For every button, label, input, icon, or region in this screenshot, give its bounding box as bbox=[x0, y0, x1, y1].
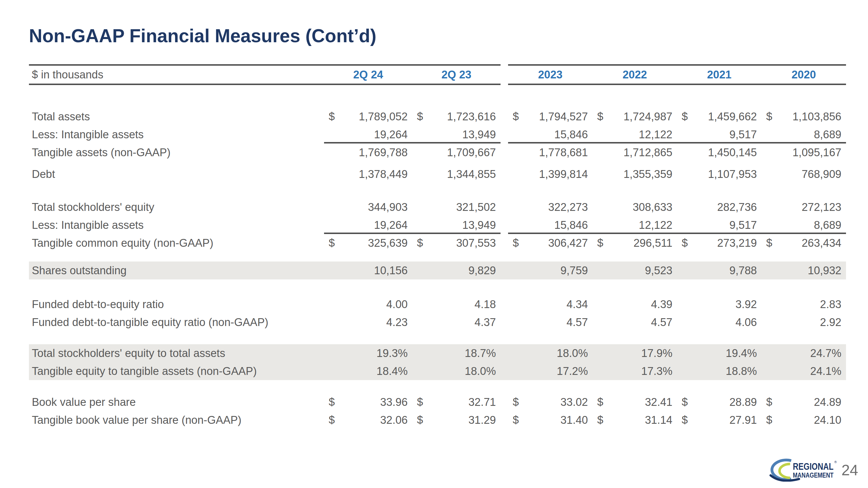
cell-value: 1,459,662 bbox=[693, 108, 762, 126]
cell-value: 15,846 bbox=[524, 126, 593, 142]
cell-value: 272,123 bbox=[777, 198, 846, 216]
dollar-sign bbox=[412, 362, 429, 380]
units-label: $ in thousands bbox=[29, 66, 324, 84]
row-label: Tangible common equity (non-GAAP) bbox=[29, 234, 324, 252]
cell-value: 4.23 bbox=[340, 313, 412, 331]
cell-value: 18.4% bbox=[340, 362, 412, 380]
dollar-sign: $ bbox=[412, 411, 429, 429]
quarterly-cells: Shares outstanding10,1569,829 bbox=[29, 261, 500, 280]
dollar-sign: $ bbox=[593, 108, 608, 126]
cell-value: 2.83 bbox=[777, 295, 846, 313]
dollar-sign bbox=[593, 126, 608, 142]
section-gap bbox=[500, 126, 508, 143]
section-gap bbox=[500, 108, 508, 126]
dollar-sign bbox=[677, 295, 693, 313]
cell-value: 18.7% bbox=[429, 344, 500, 362]
dollar-sign: $ bbox=[324, 393, 340, 411]
row-label: Tangible assets (non-GAAP) bbox=[29, 143, 324, 161]
dollar-sign bbox=[412, 143, 429, 161]
cell-value: 1,103,856 bbox=[777, 108, 846, 126]
table-row: Less: Intangible assets19,26413,94915,84… bbox=[29, 126, 846, 143]
cell-value: 8,689 bbox=[777, 216, 846, 233]
dollar-sign: $ bbox=[593, 393, 608, 411]
dollar-sign bbox=[508, 313, 524, 331]
section-gap bbox=[500, 216, 508, 234]
table-row: Less: Intangible assets19,26413,94915,84… bbox=[29, 216, 846, 234]
dollar-sign bbox=[593, 344, 608, 362]
page-number: 24 bbox=[841, 462, 858, 478]
cell-value: 263,434 bbox=[777, 234, 846, 252]
dollar-sign bbox=[508, 261, 524, 280]
cell-value: 32.06 bbox=[340, 411, 412, 429]
dollar-sign bbox=[508, 165, 524, 183]
cell-value: 33.02 bbox=[524, 393, 593, 411]
dollar-sign bbox=[412, 344, 429, 362]
dollar-sign bbox=[324, 143, 340, 161]
cell-value: 1,107,953 bbox=[693, 165, 762, 183]
row-label: Less: Intangible assets bbox=[29, 216, 324, 234]
dollar-sign bbox=[412, 165, 429, 183]
cell-value: 1,709,667 bbox=[429, 143, 500, 161]
cell-value: 33.96 bbox=[340, 393, 412, 411]
cell-value: 13,949 bbox=[429, 216, 500, 233]
column-header-2020: 2020 bbox=[762, 66, 846, 84]
dollar-sign: $ bbox=[677, 234, 693, 252]
dollar-sign: $ bbox=[412, 393, 429, 411]
dollar-sign bbox=[677, 143, 693, 161]
cell-value: 24.89 bbox=[777, 393, 846, 411]
table-row: Tangible common equity (non-GAAP)$325,63… bbox=[29, 234, 846, 252]
dollar-sign bbox=[762, 216, 777, 233]
section-gap bbox=[500, 362, 508, 380]
dollar-sign: $ bbox=[508, 411, 524, 429]
annual-cells: $31.40$31.14$27.91$24.10 bbox=[508, 411, 846, 429]
cell-value: 9,517 bbox=[693, 216, 762, 233]
row-spacer bbox=[29, 183, 846, 198]
dollar-sign: $ bbox=[508, 393, 524, 411]
table-row: Funded debt-to-tangible equity ratio (no… bbox=[29, 313, 846, 331]
dollar-sign bbox=[324, 313, 340, 331]
annual-cells: 1,778,6811,712,8651,450,1451,095,167 bbox=[508, 143, 846, 161]
cell-value: 27.91 bbox=[693, 411, 762, 429]
dollar-sign bbox=[593, 198, 608, 216]
cell-value: 15,846 bbox=[524, 216, 593, 233]
logo-trademark-icon: ® bbox=[834, 460, 837, 464]
cell-value: 9,829 bbox=[429, 261, 500, 280]
cell-value: 24.1% bbox=[777, 362, 846, 380]
annual-cells: 18.0%17.9%19.4%24.7% bbox=[508, 344, 846, 362]
dollar-sign bbox=[412, 261, 429, 280]
financial-table: $ in thousands 2Q 24 2Q 23 2023 2022 202… bbox=[29, 64, 846, 429]
dollar-sign: $ bbox=[762, 234, 777, 252]
cell-value: 321,502 bbox=[429, 198, 500, 216]
quarterly-cells: Book value per share$33.96$32.71 bbox=[29, 393, 500, 411]
cell-value: 17.3% bbox=[608, 362, 677, 380]
dollar-sign bbox=[508, 344, 524, 362]
cell-value: 4.39 bbox=[608, 295, 677, 313]
annual-cells: $33.02$32.41$28.89$24.89 bbox=[508, 393, 846, 411]
cell-value: 1,789,052 bbox=[340, 108, 412, 126]
dollar-sign bbox=[324, 344, 340, 362]
cell-value: 273,219 bbox=[693, 234, 762, 252]
dollar-sign bbox=[593, 313, 608, 331]
cell-value: 19,264 bbox=[340, 126, 412, 142]
cell-value: 17.2% bbox=[524, 362, 593, 380]
quarterly-values: 344,903321,502 bbox=[324, 198, 500, 216]
quarterly-cells: Total stockholders' equity to total asse… bbox=[29, 344, 500, 362]
cell-value: 18.0% bbox=[429, 362, 500, 380]
section-gap bbox=[500, 411, 508, 429]
dollar-sign bbox=[324, 165, 340, 183]
dollar-sign bbox=[324, 198, 340, 216]
dollar-sign: $ bbox=[324, 234, 340, 252]
dollar-sign bbox=[412, 126, 429, 142]
dollar-sign bbox=[762, 295, 777, 313]
section-gap bbox=[500, 165, 508, 183]
row-label: Total stockholders' equity to total asse… bbox=[29, 344, 324, 362]
cell-value: 1,344,855 bbox=[429, 165, 500, 183]
cell-value: 19.4% bbox=[693, 344, 762, 362]
quarterly-cells: Less: Intangible assets19,26413,949 bbox=[29, 126, 500, 143]
cell-value: 31.40 bbox=[524, 411, 593, 429]
dollar-sign bbox=[593, 143, 608, 161]
row-label: Funded debt-to-tangible equity ratio (no… bbox=[29, 313, 324, 331]
dollar-sign: $ bbox=[677, 393, 693, 411]
cell-value: 10,932 bbox=[777, 261, 846, 280]
cell-value: 1,723,616 bbox=[429, 108, 500, 126]
